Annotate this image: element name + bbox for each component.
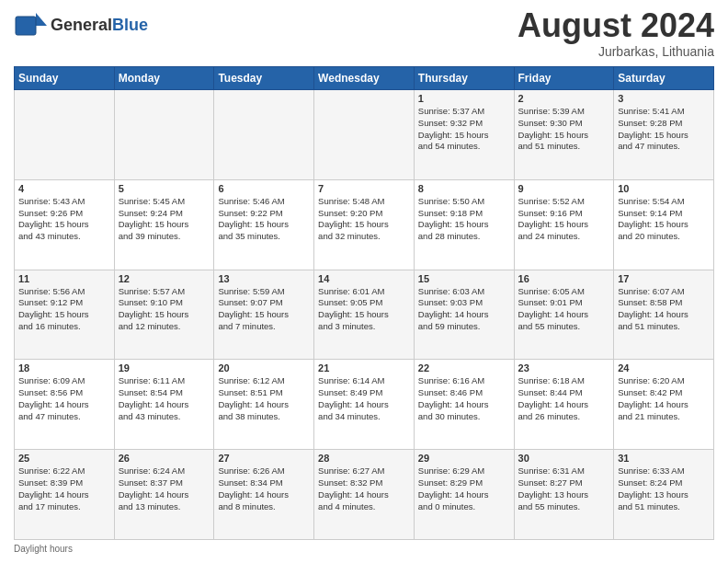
day-number: 9	[518, 183, 610, 194]
calendar-cell: 21Sunrise: 6:14 AMSunset: 8:49 PMDayligh…	[314, 360, 415, 450]
day-info: Sunrise: 6:24 AMSunset: 8:37 PMDaylight:…	[119, 465, 210, 512]
day-info: Sunrise: 6:26 AMSunset: 8:34 PMDaylight:…	[218, 465, 310, 512]
calendar-cell: 16Sunrise: 6:05 AMSunset: 9:01 PMDayligh…	[514, 270, 614, 360]
day-number: 6	[218, 183, 310, 194]
calendar-week-2: 4Sunrise: 5:43 AMSunset: 9:26 PMDaylight…	[15, 179, 714, 270]
logo: GeneralBlue	[14, 9, 148, 42]
day-number: 31	[618, 453, 710, 464]
day-info: Sunrise: 6:33 AMSunset: 8:24 PMDaylight:…	[618, 465, 710, 512]
day-number: 20	[218, 362, 310, 373]
daylight-label: Daylight hours	[14, 544, 73, 554]
svg-marker-1	[36, 13, 47, 26]
day-number: 28	[318, 453, 410, 464]
col-thursday: Thursday	[414, 67, 514, 90]
logo-blue: Blue	[112, 16, 148, 34]
calendar-cell: 19Sunrise: 6:11 AMSunset: 8:54 PMDayligh…	[114, 360, 214, 450]
calendar-cell: 5Sunrise: 5:45 AMSunset: 9:24 PMDaylight…	[114, 179, 214, 270]
svg-rect-0	[16, 17, 36, 35]
col-tuesday: Tuesday	[214, 67, 314, 90]
day-number: 5	[119, 183, 210, 194]
day-info: Sunrise: 5:39 AMSunset: 9:30 PMDaylight:…	[518, 106, 610, 153]
day-number: 19	[119, 362, 210, 373]
day-info: Sunrise: 6:18 AMSunset: 8:44 PMDaylight:…	[518, 375, 610, 422]
day-number: 30	[518, 453, 610, 464]
day-number: 25	[18, 453, 110, 464]
footer: Daylight hours	[14, 544, 714, 554]
day-number: 16	[518, 273, 610, 284]
day-info: Sunrise: 5:54 AMSunset: 9:14 PMDaylight:…	[618, 196, 710, 243]
calendar-week-5: 25Sunrise: 6:22 AMSunset: 8:39 PMDayligh…	[15, 450, 714, 540]
calendar-cell: 30Sunrise: 6:31 AMSunset: 8:27 PMDayligh…	[514, 450, 614, 540]
col-monday: Monday	[114, 67, 214, 90]
logo-icon	[14, 9, 47, 42]
day-number: 10	[618, 183, 710, 194]
day-info: Sunrise: 6:27 AMSunset: 8:32 PMDaylight:…	[318, 465, 410, 512]
day-info: Sunrise: 6:22 AMSunset: 8:39 PMDaylight:…	[18, 465, 110, 512]
day-info: Sunrise: 5:57 AMSunset: 9:10 PMDaylight:…	[119, 286, 210, 333]
day-number: 14	[318, 273, 410, 284]
day-number: 18	[18, 362, 110, 373]
calendar-cell: 1Sunrise: 5:37 AMSunset: 9:32 PMDaylight…	[414, 90, 514, 180]
logo-general: General	[51, 16, 112, 34]
calendar-cell	[214, 90, 314, 180]
calendar-cell: 29Sunrise: 6:29 AMSunset: 8:29 PMDayligh…	[414, 450, 514, 540]
header-row: Sunday Monday Tuesday Wednesday Thursday…	[15, 67, 714, 90]
calendar-cell: 8Sunrise: 5:50 AMSunset: 9:18 PMDaylight…	[414, 179, 514, 270]
day-info: Sunrise: 6:12 AMSunset: 8:51 PMDaylight:…	[218, 375, 310, 422]
page: GeneralBlue August 2024 Jurbarkas, Lithu…	[0, 0, 728, 563]
day-number: 11	[18, 273, 110, 284]
day-info: Sunrise: 5:45 AMSunset: 9:24 PMDaylight:…	[119, 196, 210, 243]
calendar-cell: 7Sunrise: 5:48 AMSunset: 9:20 PMDaylight…	[314, 179, 415, 270]
calendar-cell: 26Sunrise: 6:24 AMSunset: 8:37 PMDayligh…	[114, 450, 214, 540]
day-number: 15	[418, 273, 510, 284]
calendar-cell: 14Sunrise: 6:01 AMSunset: 9:05 PMDayligh…	[314, 270, 415, 360]
day-info: Sunrise: 5:50 AMSunset: 9:18 PMDaylight:…	[418, 196, 510, 243]
day-number: 4	[18, 183, 110, 194]
day-info: Sunrise: 6:14 AMSunset: 8:49 PMDaylight:…	[318, 375, 410, 422]
calendar-cell	[15, 90, 115, 180]
day-info: Sunrise: 5:46 AMSunset: 9:22 PMDaylight:…	[218, 196, 310, 243]
calendar-cell: 22Sunrise: 6:16 AMSunset: 8:46 PMDayligh…	[414, 360, 514, 450]
day-info: Sunrise: 6:01 AMSunset: 9:05 PMDaylight:…	[318, 286, 410, 333]
calendar-cell: 20Sunrise: 6:12 AMSunset: 8:51 PMDayligh…	[214, 360, 314, 450]
day-info: Sunrise: 6:07 AMSunset: 8:58 PMDaylight:…	[618, 286, 710, 333]
calendar-cell: 25Sunrise: 6:22 AMSunset: 8:39 PMDayligh…	[15, 450, 115, 540]
day-number: 2	[518, 93, 610, 104]
day-info: Sunrise: 6:09 AMSunset: 8:56 PMDaylight:…	[18, 375, 110, 422]
calendar-cell: 11Sunrise: 5:56 AMSunset: 9:12 PMDayligh…	[15, 270, 115, 360]
month-title: August 2024	[518, 9, 714, 42]
calendar-week-3: 11Sunrise: 5:56 AMSunset: 9:12 PMDayligh…	[15, 270, 714, 360]
day-info: Sunrise: 5:52 AMSunset: 9:16 PMDaylight:…	[518, 196, 610, 243]
day-info: Sunrise: 5:59 AMSunset: 9:07 PMDaylight:…	[218, 286, 310, 333]
day-number: 3	[618, 93, 710, 104]
calendar-cell: 12Sunrise: 5:57 AMSunset: 9:10 PMDayligh…	[114, 270, 214, 360]
title-area: August 2024 Jurbarkas, Lithuania	[518, 9, 714, 59]
calendar-cell: 2Sunrise: 5:39 AMSunset: 9:30 PMDaylight…	[514, 90, 614, 180]
day-number: 24	[618, 362, 710, 373]
calendar-cell: 24Sunrise: 6:20 AMSunset: 8:42 PMDayligh…	[614, 360, 714, 450]
day-info: Sunrise: 5:43 AMSunset: 9:26 PMDaylight:…	[18, 196, 110, 243]
col-sunday: Sunday	[15, 67, 115, 90]
header: GeneralBlue August 2024 Jurbarkas, Lithu…	[14, 9, 714, 59]
day-number: 29	[418, 453, 510, 464]
day-info: Sunrise: 6:31 AMSunset: 8:27 PMDaylight:…	[518, 465, 610, 512]
calendar-week-4: 18Sunrise: 6:09 AMSunset: 8:56 PMDayligh…	[15, 360, 714, 450]
calendar-cell: 28Sunrise: 6:27 AMSunset: 8:32 PMDayligh…	[314, 450, 415, 540]
location: Jurbarkas, Lithuania	[518, 44, 714, 59]
day-info: Sunrise: 5:48 AMSunset: 9:20 PMDaylight:…	[318, 196, 410, 243]
day-number: 8	[418, 183, 510, 194]
calendar-cell: 6Sunrise: 5:46 AMSunset: 9:22 PMDaylight…	[214, 179, 314, 270]
day-info: Sunrise: 5:41 AMSunset: 9:28 PMDaylight:…	[618, 106, 710, 153]
day-info: Sunrise: 6:11 AMSunset: 8:54 PMDaylight:…	[119, 375, 210, 422]
day-number: 1	[418, 93, 510, 104]
calendar-week-1: 1Sunrise: 5:37 AMSunset: 9:32 PMDaylight…	[15, 90, 714, 180]
calendar-cell: 27Sunrise: 6:26 AMSunset: 8:34 PMDayligh…	[214, 450, 314, 540]
col-friday: Friday	[514, 67, 614, 90]
day-info: Sunrise: 5:37 AMSunset: 9:32 PMDaylight:…	[418, 106, 510, 153]
day-info: Sunrise: 6:16 AMSunset: 8:46 PMDaylight:…	[418, 375, 510, 422]
day-number: 23	[518, 362, 610, 373]
day-number: 12	[119, 273, 210, 284]
calendar-cell: 31Sunrise: 6:33 AMSunset: 8:24 PMDayligh…	[614, 450, 714, 540]
day-number: 17	[618, 273, 710, 284]
day-number: 13	[218, 273, 310, 284]
